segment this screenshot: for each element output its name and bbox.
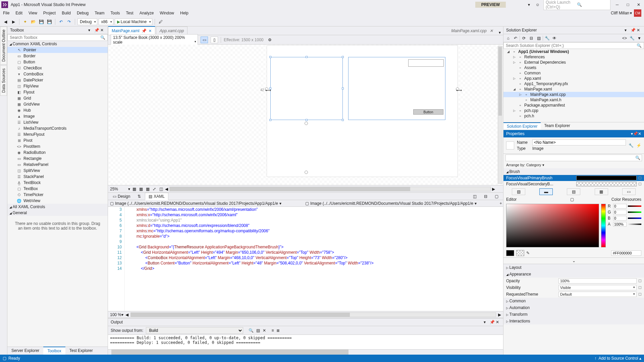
tree-node[interactable]: ▷▫External Dependencies bbox=[503, 60, 644, 65]
filter-icon[interactable]: ▼ bbox=[636, 35, 643, 42]
redo-button[interactable]: ↷ bbox=[66, 18, 72, 25]
tab-toolbox[interactable]: Toolbox bbox=[43, 347, 65, 355]
toolbox-item-webview[interactable]: 🌐WebView bbox=[7, 198, 108, 204]
collapse-icon[interactable]: ▢ bbox=[491, 193, 502, 200]
config-dropdown[interactable]: Debug bbox=[77, 18, 97, 25]
close-icon[interactable]: ✕ bbox=[638, 131, 641, 136]
tree-node[interactable]: ▫App1_TemporaryKey.pfx bbox=[503, 81, 644, 86]
tree-node[interactable]: ◢▫MainPage.xaml bbox=[503, 86, 644, 92]
resource-brush-icon[interactable]: ▭ bbox=[622, 188, 636, 195]
expand-icon[interactable]: ▷ bbox=[512, 109, 516, 112]
toolbox-item-splitview[interactable]: ◫SplitView bbox=[7, 168, 108, 174]
menu-view[interactable]: View bbox=[25, 10, 40, 16]
tree-node[interactable]: ▫Assets bbox=[503, 65, 644, 70]
notification-icon[interactable]: ▾ bbox=[526, 2, 532, 8]
tab-team-explorer[interactable]: Team Explorer bbox=[541, 122, 573, 130]
tree-node[interactable]: ▷▫References bbox=[503, 54, 644, 60]
section-automation[interactable]: Automation bbox=[503, 304, 644, 311]
split-v-icon[interactable]: ⊟ bbox=[481, 193, 491, 200]
pin-icon[interactable]: 📌 bbox=[490, 320, 494, 324]
tab-overflow-icon[interactable]: ▾ bbox=[496, 30, 503, 35]
expand-icon[interactable]: ◢ bbox=[512, 87, 516, 91]
toolbox-item-timepicker[interactable]: ⏲TimePicker bbox=[7, 192, 108, 198]
collapse-icon[interactable]: ⊟ bbox=[528, 35, 535, 42]
find-icon[interactable]: 🔍 bbox=[249, 328, 254, 333]
menu-tools[interactable]: Tools bbox=[108, 10, 123, 16]
tab-server-explorer[interactable]: Server Explorer bbox=[7, 347, 43, 355]
marker-icon[interactable] bbox=[639, 280, 641, 282]
scroll-right-icon[interactable]: ▶ bbox=[492, 187, 495, 191]
close-icon[interactable]: ✕ bbox=[100, 28, 105, 33]
zoom-dropdown-icon[interactable]: ▾ bbox=[121, 312, 123, 317]
run-target-dropdown[interactable]: ▶Local Machine bbox=[115, 18, 152, 25]
wrap-icon[interactable]: ≡ bbox=[271, 328, 274, 333]
tab-test-explorer[interactable]: Test Explorer bbox=[65, 347, 97, 355]
save-button[interactable]: 💾 bbox=[38, 18, 45, 25]
tree-node[interactable]: ▷▫MainPage.xaml.cpp bbox=[503, 92, 644, 97]
design-grid-selected[interactable] bbox=[270, 57, 343, 120]
device-dropdown[interactable]: 13.5" Surface Book (3000 x 2000) 200% sc… bbox=[111, 34, 198, 46]
tree-node[interactable]: ▫Package.appxmanifest bbox=[503, 103, 644, 108]
color-gradient[interactable] bbox=[506, 204, 599, 247]
r-input[interactable] bbox=[613, 204, 627, 208]
side-tab-doc-outline[interactable]: Document Outline bbox=[0, 26, 7, 65]
tree-node[interactable]: ▷▫pch.cpp bbox=[503, 108, 644, 113]
preview-icon[interactable]: 👁 bbox=[551, 35, 558, 42]
close-icon[interactable]: ✕ bbox=[496, 320, 500, 324]
close-icon[interactable]: ✕ bbox=[490, 28, 493, 33]
code-hscroll[interactable] bbox=[130, 312, 496, 317]
anchor-icon[interactable] bbox=[305, 122, 308, 125]
brush-row[interactable]: FocusVisualSecondaryB... bbox=[503, 181, 644, 187]
sync-icon[interactable]: ⟳ bbox=[521, 35, 527, 42]
expand-icon[interactable]: ▷ bbox=[512, 55, 516, 59]
tab-solution-explorer[interactable]: Solution Explorer bbox=[503, 122, 541, 130]
toolbox-item-textbox[interactable]: ▢TextBox bbox=[7, 186, 108, 192]
pin-icon[interactable]: 📌 bbox=[94, 28, 99, 33]
toolbox-item-combobox[interactable]: ▾ComboBox bbox=[7, 71, 108, 77]
toolbox-item-checkbox[interactable]: ☑CheckBox bbox=[7, 65, 108, 71]
swap-icon[interactable]: ⇅ bbox=[134, 193, 144, 200]
show-all-icon[interactable]: ▤ bbox=[535, 35, 542, 42]
user-avatar[interactable]: CM bbox=[634, 9, 641, 17]
toolbox-group[interactable]: General bbox=[7, 210, 108, 216]
toolbox-item-pivot[interactable]: ⊞Pivot bbox=[7, 137, 108, 143]
color-editor[interactable]: R G B A bbox=[503, 202, 644, 249]
hue-slider[interactable] bbox=[601, 204, 606, 247]
publish-icon[interactable]: ↑ bbox=[595, 356, 597, 361]
close-button[interactable]: ✕ bbox=[635, 2, 643, 8]
goto-icon[interactable]: ▤ bbox=[256, 328, 260, 333]
tree-node[interactable]: ◢▫App1 (Universal Windows) bbox=[503, 49, 644, 54]
b-input[interactable] bbox=[613, 216, 627, 221]
properties-search[interactable]: 🔍 bbox=[505, 155, 642, 161]
menu-edit[interactable]: Edit bbox=[12, 10, 25, 16]
wrap2-icon[interactable]: ≣ bbox=[276, 328, 280, 333]
gradient-brush-icon[interactable]: ▤ bbox=[567, 188, 580, 195]
menu-project[interactable]: Project bbox=[40, 10, 59, 16]
expand-icon[interactable]: ⌄ bbox=[503, 258, 644, 264]
minimize-button[interactable]: ─ bbox=[613, 2, 621, 8]
toolbox-item-stackpanel[interactable]: ☰StackPanel bbox=[7, 174, 108, 180]
code-editor[interactable]: 34567891011121314 xmlns="http://schemas.… bbox=[108, 207, 503, 311]
arrange-by[interactable]: Arrange by: Category ▾ bbox=[503, 162, 644, 168]
section-interactions[interactable]: Interactions bbox=[503, 318, 644, 324]
open-button[interactable]: 📂 bbox=[30, 18, 37, 25]
zoom-value[interactable]: 25% bbox=[110, 187, 127, 191]
anchor-icon[interactable]: ⟷ bbox=[265, 87, 268, 91]
section-layout[interactable]: Layout bbox=[503, 264, 644, 271]
toolbox-item-mediatransportcontrols[interactable]: ♪MediaTransportControls bbox=[7, 125, 108, 131]
close-icon[interactable]: ✕ bbox=[637, 28, 641, 33]
user-dropdown-icon[interactable]: ▾ bbox=[630, 11, 632, 15]
code-zoom[interactable]: 100 % bbox=[110, 312, 121, 317]
section-brush[interactable]: Brush bbox=[503, 168, 644, 175]
dropdown-icon[interactable]: ▾ bbox=[484, 320, 488, 324]
pin-icon[interactable]: 📌 bbox=[142, 28, 147, 33]
toolbox-group[interactable]: Common XAML Controls bbox=[7, 41, 108, 47]
scroll-left-icon[interactable]: ◀ bbox=[125, 312, 128, 317]
name-input[interactable] bbox=[532, 139, 626, 145]
menu-analyze[interactable]: Analyze bbox=[137, 10, 157, 16]
toolbox-item-flyout[interactable]: ◧Flyout bbox=[7, 89, 108, 95]
quick-launch-input[interactable]: Quick Launch (Ctrl+Q) 🔍 bbox=[543, 0, 610, 10]
toolbox-item-image[interactable]: ▲Image bbox=[7, 113, 108, 119]
brush-row[interactable]: FocusVisualPrimaryBrush bbox=[503, 175, 644, 181]
tile-brush-icon[interactable]: ▦ bbox=[595, 188, 608, 195]
